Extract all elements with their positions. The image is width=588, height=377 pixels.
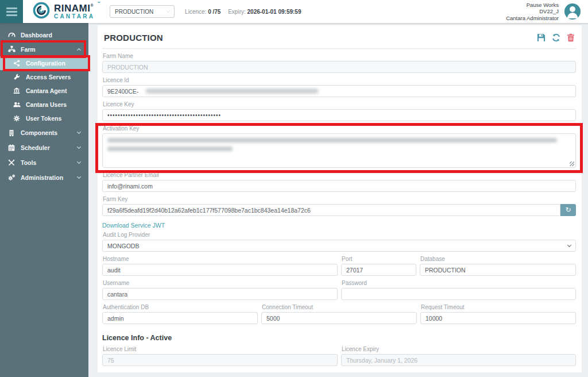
field-password: Password [341, 280, 576, 300]
save-icon[interactable] [537, 33, 546, 42]
redacted-licence-id [146, 89, 318, 94]
share-icon [13, 60, 21, 67]
tools-icon [7, 159, 16, 166]
field-licence-key: Licence Key [102, 101, 576, 121]
farm-key-input[interactable] [102, 204, 560, 216]
sidebar-item-user-tokens[interactable]: User Tokens [0, 111, 88, 125]
connection-timeout-input[interactable] [261, 312, 417, 324]
chevron-down-icon [77, 130, 81, 134]
sidebar-item-cantara-agent[interactable]: Cantara Agent [0, 84, 88, 98]
resize-grip-icon[interactable] [570, 161, 574, 166]
token-gear-icon [13, 115, 21, 122]
field-licence-partner-email: Licence Partner Email [102, 172, 576, 192]
field-farm-key: Farm Key ↻ [102, 196, 576, 216]
field-username: Username [102, 280, 338, 300]
logo-word-rinami: RINAMI® [54, 3, 94, 14]
password-input[interactable] [341, 288, 576, 300]
field-authentication-db: Authentication DB [102, 304, 258, 324]
logo-word-cantara: CANTARA [54, 14, 95, 20]
chevron-down-icon [77, 145, 81, 149]
sidebar-item-scheduler[interactable]: Scheduler [0, 140, 88, 155]
database-input[interactable] [420, 264, 576, 276]
sidebar-item-dashboard[interactable]: Dashboard [0, 28, 88, 42]
field-hostname: Hostname [102, 256, 338, 276]
redacted-activation-line [107, 138, 557, 143]
trash-icon[interactable] [567, 33, 575, 42]
redacted-activation-line [107, 147, 233, 151]
building-icon [7, 129, 16, 137]
sidebar-item-cantara-users[interactable]: Cantara Users [0, 98, 88, 111]
field-licence-expiry: Licence Expiry [341, 346, 576, 366]
authentication-db-input[interactable] [102, 312, 258, 324]
sidebar-item-administration[interactable]: Administration [0, 170, 88, 185]
download-service-jwt-link[interactable]: Download Service JWT [102, 222, 165, 229]
sidebar-item-components[interactable]: Components [0, 125, 88, 140]
divider [102, 48, 576, 49]
hamburger-menu-icon[interactable] [0, 0, 23, 23]
field-audit-log-provider: Audit Log Provider MONGODB [102, 232, 576, 252]
field-request-timeout: Request Timeout [420, 304, 576, 324]
licence-key-input[interactable] [102, 109, 576, 121]
logged-in-user-info: Pause Works DV22_J Cantara Administrator [506, 2, 559, 22]
licence-status: Licence: 0 /75 Expiry: 2026-01-01 09:59:… [185, 9, 307, 15]
chevron-up-icon [77, 48, 81, 52]
sidebar-nav: Dashboard Farm Configuration Access Serv… [0, 23, 88, 377]
field-activation-key: Activation Key [102, 125, 576, 168]
farm-name-input[interactable] [102, 61, 576, 73]
refresh-icon[interactable] [552, 33, 560, 42]
page-title: PRODUCTION [104, 33, 163, 43]
gears-icon [7, 174, 16, 181]
field-licence-id: Licence Id [102, 77, 576, 97]
sidebar-item-configuration[interactable]: Configuration [0, 56, 88, 70]
username-input[interactable] [102, 288, 338, 300]
user-avatar[interactable] [564, 3, 581, 20]
regenerate-farm-key-button[interactable]: ↻ [560, 204, 576, 216]
chevron-down-icon [166, 9, 170, 13]
sidebar-item-tools[interactable]: Tools [0, 155, 88, 170]
field-licence-limit: Licence Limit [102, 346, 338, 366]
field-connection-timeout: Connection Timeout [261, 304, 417, 324]
licence-info-heading: Licence Info - Active [102, 334, 576, 342]
field-farm-name: Farm Name [102, 53, 576, 73]
wrench-icon [13, 74, 21, 80]
calendar-icon [7, 144, 16, 151]
field-port: Port [341, 256, 416, 276]
sitemap-icon [7, 45, 16, 53]
rinami-cantara-logo: RINAMI® ˇ CANTARA [33, 2, 95, 21]
farm-selector-dropdown[interactable]: PRODUCTION [110, 5, 175, 18]
sidebar-item-farm[interactable]: Farm [0, 42, 88, 56]
field-database: Database [420, 256, 576, 276]
licence-limit-input[interactable] [102, 354, 338, 366]
farm-configuration-panel: PRODUCTION Farm Name Licence Id Licence … [98, 25, 582, 372]
gauge-icon [7, 31, 16, 39]
logo-swirl-icon [33, 2, 50, 21]
bank-icon [13, 87, 21, 94]
sidebar-item-access-servers[interactable]: Access Servers [0, 70, 88, 84]
top-header: RINAMI® ˇ CANTARA PRODUCTION Licence: 0 … [0, 0, 588, 23]
users-icon [13, 101, 21, 108]
licence-partner-email-input[interactable] [102, 180, 576, 192]
hostname-input[interactable] [102, 264, 338, 276]
audit-log-provider-select[interactable]: MONGODB [102, 240, 576, 252]
port-input[interactable] [341, 264, 416, 276]
chevron-down-icon [77, 160, 81, 164]
chevron-down-icon [77, 175, 81, 179]
activation-key-textarea[interactable] [102, 133, 576, 168]
chevron-down-icon [567, 243, 571, 247]
licence-expiry-input[interactable] [341, 354, 576, 366]
request-timeout-input[interactable] [420, 312, 576, 324]
